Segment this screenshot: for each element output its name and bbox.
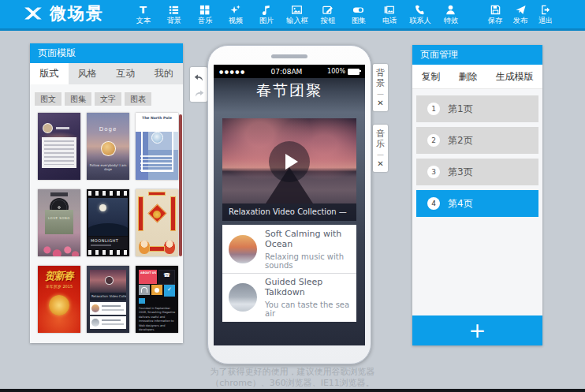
music-item-text: Guided Sleep TalkdownYou can taste the s… [265,277,350,318]
browser-tip-line2: （chrome）、360浏览器、IE11浏览器。 [0,378,585,389]
logo-x-icon [22,2,44,24]
music-item-subtitle: You can taste the sea air [265,301,350,318]
templates-scrollbar[interactable] [179,114,182,256]
tool-contacts-button[interactable]: 联系人 [404,0,435,28]
toolbar-insert-group: T文本背景音乐视频图片输入框按钮图集电话联系人特效 [128,0,466,28]
app-logo[interactable]: 微场景 [22,2,104,24]
bottom-edge-bar [0,389,585,392]
decor [173,9,179,11]
action-exit-button[interactable]: 退出 [533,0,558,28]
gallery-icon [383,4,395,16]
doge-template[interactable]: DogeFollow everybody! I am doge [87,113,129,180]
template-caption: Relaxation Video Collection [90,293,126,301]
grid-icon [199,4,211,16]
spring-couplets-template[interactable] [136,189,178,256]
toolbar-item-label: 输入框 [286,17,308,24]
background-layer-chip[interactable]: 背景—✕ [373,64,388,111]
play-button[interactable] [269,141,310,182]
add-page-button[interactable]: + [412,315,542,345]
decor [540,4,552,16]
decor [445,4,456,16]
moonlight-template[interactable]: MOONLIGHT [87,189,129,256]
purple-profile-template[interactable] [38,113,80,180]
decor [193,88,205,98]
decor-l1 [102,305,121,307]
tool-button-button[interactable]: 按钮 [312,0,343,28]
minimize-icon[interactable]: — [377,91,384,97]
delete-page-action[interactable]: 删除 [459,70,478,84]
page-item-2[interactable]: 2第2页 [416,127,538,154]
north-pole-template[interactable]: The North Pole [136,113,178,180]
tool-video-button[interactable]: 视频 [220,0,251,28]
decor [200,6,204,9]
decor: T [140,4,147,16]
phone-screen[interactable]: ●●●●● 07:08AM 100% 春节团聚 Relaxation Video… [214,65,365,345]
templates-panel: 页面模版 版式风格互动我的 图文图集文字图表 DogeFollow everyb… [30,43,183,343]
decor [446,10,455,14]
templates-panel-title: 页面模版 [30,43,183,63]
undo-button[interactable] [192,70,206,83]
tool-text-button[interactable]: T文本 [128,0,158,28]
decor [173,6,179,8]
page-item-4[interactable]: 4第4页 [416,190,538,217]
exit-icon [540,4,552,16]
decor-doge [101,141,116,156]
decor [544,8,549,13]
page-item-3[interactable]: 3第3页 [416,159,538,185]
page-item-label: 第2页 [448,134,473,147]
toolbar-item-label: 图集 [351,17,365,24]
text-icon: T [137,4,149,16]
minimize-icon[interactable]: — [377,151,384,158]
decor: T [137,4,149,16]
decor-tb: ☎ [158,270,175,285]
redo-button[interactable] [192,86,206,99]
decor-tb6 [148,192,166,196]
tool-gallery-button[interactable]: 图集 [343,0,374,28]
toolbar-item-label: 保存 [488,17,502,24]
decor [415,6,424,15]
decor [490,4,501,16]
filter-文字[interactable]: 文字 [95,92,121,106]
decor [205,6,209,9]
tab-我的[interactable]: 我的 [145,63,184,84]
filter-图文[interactable]: 图文 [35,92,61,106]
toolbar-item-label: 联系人 [409,17,431,24]
decor-toplbl [50,192,68,196]
copy-page-action[interactable]: 复制 [422,70,441,84]
video-collection-template[interactable]: Relaxation Video Collection [87,266,129,333]
action-save-button[interactable]: 保存 [483,0,508,28]
music-item-title: Soft Calming with Ocean [265,229,350,249]
action-publish-button[interactable]: 发布 [508,0,533,28]
music-item[interactable]: Soft Calming with OceanRelaxing music wi… [222,225,356,273]
close-icon[interactable]: ✕ [377,99,383,107]
decor-tag [56,127,69,129]
battery-percent: 100% [327,68,345,75]
toolbar-item-label: 电话 [382,17,396,24]
page-title[interactable]: 春节团聚 [214,78,365,103]
tool-effects-button[interactable]: 特效 [435,0,466,28]
tab-风格[interactable]: 风格 [69,63,107,84]
filter-图表[interactable]: 图表 [125,92,151,106]
tool-input-box-button[interactable]: 输入框 [281,0,312,28]
tab-互动[interactable]: 互动 [106,63,145,84]
tab-版式[interactable]: 版式 [30,63,69,84]
page-item-1[interactable]: 1第1页 [416,95,538,122]
tool-music-button[interactable]: 音乐 [189,0,220,28]
tool-image-button[interactable]: 图片 [251,0,281,28]
close-icon[interactable]: ✕ [377,160,383,168]
tool-background-button[interactable]: 背景 [158,0,189,28]
page-item-label: 第4页 [448,197,473,211]
new-year-template[interactable]: 贺新春羊年贺岁 2015 [38,266,80,333]
make-template-page-action[interactable]: 生成模版 [496,70,534,84]
decor [493,6,496,9]
music-item[interactable]: Guided Sleep TalkdownYou can taste the s… [222,273,356,321]
tool-phone-button[interactable]: 电话 [374,0,404,28]
video-block[interactable]: Relaxation Video Collection — [222,118,356,221]
page-item-label: 第1页 [448,103,473,116]
decor-capline [91,245,111,246]
filter-图集[interactable]: 图集 [65,92,91,106]
metro-tiles-template[interactable]: ABOUT US☎✓Founded in September 2008, Sma… [136,266,178,333]
page-number-badge: 3 [427,166,440,178]
music-layer-chip[interactable]: 音乐—✕ [373,125,388,172]
love-song-template[interactable]: LOVE SONG [38,189,80,256]
